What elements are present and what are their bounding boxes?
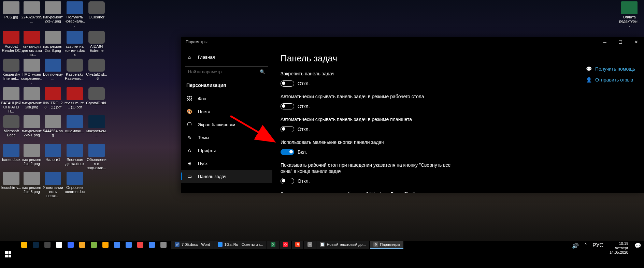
search-box[interactable]: 🔍 [185, 66, 268, 77]
setting-label: Автоматически скрывать панель задач в ре… [281, 116, 458, 123]
desktop-icon[interactable]: Налоги1 [42, 144, 63, 162]
taskbar-item[interactable]: Я [292, 241, 303, 249]
taskbar-pin[interactable] [54, 241, 64, 248]
toggle-switch[interactable] [281, 103, 294, 109]
nav-item-Фон[interactable]: 🖼Фон [181, 92, 272, 105]
desktop-icon[interactable]: 5444554.png [42, 115, 63, 137]
desktop-icon[interactable]: lesushie-v... [1, 172, 22, 190]
nav-item-Экран блокировки[interactable]: 🖵Экран блокировки [181, 118, 272, 131]
taskbar-pin[interactable] [135, 241, 145, 248]
toggle-switch[interactable] [281, 80, 294, 87]
desktop-icon[interactable]: ВАТАНЦИЯ ОПЛАТЫ П... [1, 87, 22, 113]
file-label: Оплата редактуры... [619, 15, 640, 27]
get-help-link[interactable]: 💬Получить помощь [586, 66, 635, 72]
desktop-icon[interactable]: INVITRO_23... (1).pdf [42, 87, 63, 109]
desktop-icon[interactable]: У компании есть неско... [42, 172, 63, 198]
file-label: AIDA64 Extreme [86, 44, 107, 53]
nav-home[interactable]: ⌂ Главная [181, 50, 272, 63]
file-label: 2248287995... [21, 15, 42, 23]
desktop-icon[interactable]: гмс-ремонт 2кв-3.png [21, 172, 42, 194]
file-icon [3, 1, 19, 14]
taskbar-pin[interactable] [66, 241, 76, 248]
desktop-icon[interactable]: Acrobat Reader DC [1, 31, 22, 53]
feedback-link[interactable]: 👤Отправить отзыв [586, 77, 635, 83]
desktop-icon[interactable]: PCS.jpg [1, 1, 22, 19]
desktop-icon[interactable]: Японская диета.docx [64, 144, 85, 166]
nav-item-Цвета[interactable]: 🎨Цвета [181, 105, 272, 118]
desktop-icon[interactable]: Вот почему ... [42, 59, 63, 80]
nav-icon: ✎ [186, 134, 192, 140]
language-indicator[interactable]: РУС [590, 241, 606, 250]
desktop-icon[interactable]: ишемичн... [64, 115, 85, 133]
file-label: Kaspersky Password... [64, 72, 85, 80]
taskbar-pin[interactable] [124, 241, 134, 248]
tray-chevron-icon[interactable]: ˄ [582, 241, 590, 250]
desktop-icon[interactable]: гмс-ремонт 2кв-8.png [42, 31, 63, 53]
taskbar-pin[interactable] [100, 241, 111, 248]
nav-label: Фон [198, 96, 206, 101]
minimize-button[interactable]: ─ [597, 37, 613, 47]
file-label: Acrobat Reader DC [1, 44, 22, 53]
taskbar-pin[interactable] [112, 241, 122, 248]
desktop-icon[interactable]: гмс-ремонт 2кв-1.png [21, 115, 42, 137]
nav-item-Темы[interactable]: ✎Темы [181, 131, 272, 144]
file-icon [24, 172, 40, 185]
desktop-icon[interactable]: 2248287995... [21, 1, 42, 23]
maximize-button[interactable]: ☐ [613, 37, 628, 47]
toggle-switch[interactable] [281, 149, 294, 155]
taskbar-pin[interactable] [19, 241, 29, 248]
file-label: Налоги1 [46, 158, 60, 162]
taskbar-item[interactable]: ≡ [304, 241, 316, 249]
desktop-icon[interactable]: ссылки на контент.docx [64, 31, 85, 57]
toggle-switch[interactable] [281, 126, 294, 132]
nav-item-Пуск[interactable]: ⊞Пуск [181, 157, 272, 170]
taskbar-item[interactable]: O [280, 241, 291, 249]
file-icon [3, 144, 19, 157]
speaker-icon[interactable]: 🔊 [569, 241, 582, 250]
file-label: ГМС-кухня современн... [21, 72, 42, 85]
desktop-icon[interactable]: гмс-ремонт 2кв-2.png [21, 144, 42, 166]
taskbar-item[interactable]: W7.05.docx - Word [171, 241, 214, 249]
nav-item-Шрифты[interactable]: AШрифты [181, 144, 272, 157]
start-button[interactable] [0, 246, 16, 263]
action-center-icon[interactable]: 💬 [632, 241, 644, 250]
taskbar-item[interactable]: 📄Новый текстовый до... [316, 241, 369, 249]
nav-item-Панель задач[interactable]: ▭Панель задач [181, 170, 272, 183]
desktop-icon[interactable]: ГМС-кухня современн... [21, 59, 42, 85]
taskbar-pin[interactable] [42, 241, 53, 248]
desktop-icon[interactable]: CCleaner [86, 1, 107, 19]
toggle-switch[interactable] [281, 178, 294, 184]
file-icon [67, 87, 83, 100]
taskbar-pin[interactable] [31, 241, 41, 248]
desktop-icon[interactable]: Оплата редактуры... [619, 1, 640, 27]
nav-label: Шрифты [198, 148, 216, 153]
desktop-icon[interactable]: Опросник шенген.doc [64, 172, 85, 194]
desktop-icon[interactable]: baner.docx [1, 144, 22, 162]
taskbar-pin[interactable] [158, 241, 169, 248]
file-icon [24, 1, 40, 14]
desktop-icon[interactable]: макросъем... [86, 115, 107, 137]
search-input[interactable] [188, 69, 260, 74]
taskbar-item[interactable]: 🌐1Gai.Ru - Советы и т... [214, 241, 267, 249]
clock[interactable]: 10:19 четверг 14.05.2020 [606, 241, 632, 255]
desktop-icon[interactable]: Kaspersky Password... [64, 59, 85, 80]
taskbar-pin[interactable] [89, 241, 99, 248]
taskbar-item[interactable]: ⚙Параметры [370, 241, 404, 249]
nav-label: Темы [198, 135, 209, 140]
desktop-icon[interactable]: revisium_re... (1).pdf [64, 87, 85, 109]
desktop-icon[interactable]: Объявления в подъезде... [86, 144, 107, 170]
desktop-icon[interactable]: Kaspersky Internet... [1, 59, 22, 80]
taskbar-item[interactable]: X [267, 241, 279, 249]
clock-date: 14.05.2020 [610, 250, 628, 255]
desktop-icon[interactable]: AIDA64 Extreme [86, 31, 107, 53]
desktop-icon[interactable]: гмс-ремонт 2кв.png [21, 87, 42, 109]
taskbar-pin[interactable] [77, 241, 87, 248]
taskbar-pin[interactable] [147, 241, 157, 248]
desktop-icon[interactable]: CrystalDiskI... [86, 87, 107, 109]
desktop-icon[interactable]: Microsoft Edge [1, 115, 22, 137]
desktop-icon[interactable]: CrystalDisk... 6 [86, 59, 107, 80]
desktop-icon[interactable]: гмс-ремонт 2кв-7.png [42, 1, 63, 23]
desktop-icon[interactable]: квитанция для оплаты пат... [21, 31, 42, 57]
close-button[interactable]: ✕ [628, 37, 644, 47]
desktop-icon[interactable]: Получить нотариаль... [64, 1, 85, 27]
